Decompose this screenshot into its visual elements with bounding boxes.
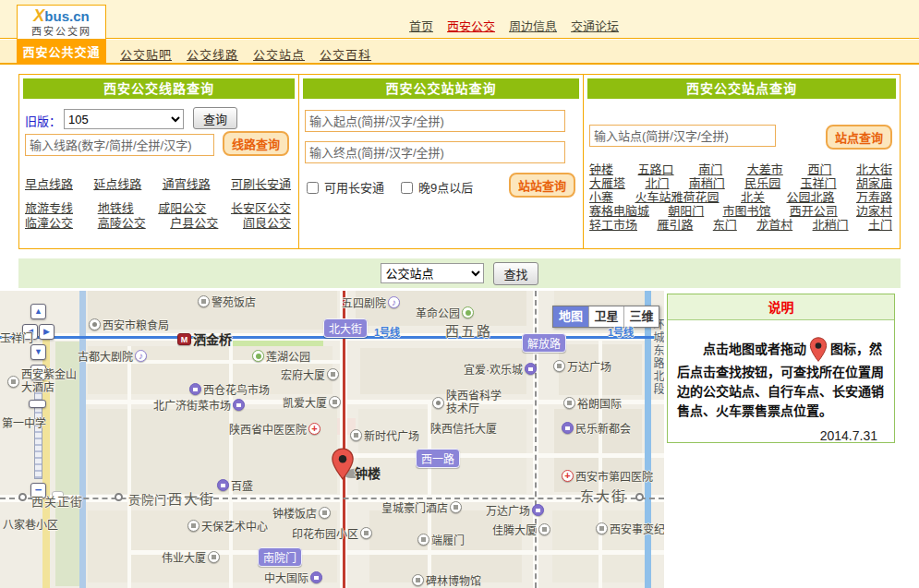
map-poi-label: 洒金桥 (193, 332, 232, 347)
site-logo[interactable]: Xbus.cn 西安公交网 (17, 5, 106, 40)
music-poi-icon: ♪ (388, 296, 400, 308)
pan-up-button[interactable]: ▲ (30, 304, 46, 319)
logo-wordmark: Xbus.cn (18, 7, 105, 25)
map-poi: 警苑饭店 (196, 294, 256, 309)
map-canvas[interactable]: 环城东路北段 ▲ ◀ ▶ ▼ + − 地图卫星三维 钟楼 警苑饭店五四剧院♪革命… (0, 291, 664, 588)
map-poi-label: 陕西省科学 技术厅 (446, 390, 502, 415)
map-poi: 中大国际 (264, 570, 324, 585)
map-type-switcher: 地图卫星三维 (552, 306, 659, 328)
map-poi-label: 端履门 (431, 534, 465, 547)
old-version-link[interactable]: 旧版： (25, 112, 61, 129)
query-panels: 西安公交线路查询 旧版： 105 查询 线路查询 早点线路延点线路通宵线路可刷长… (18, 74, 901, 249)
quick-link[interactable]: 通宵线路 (163, 174, 211, 192)
legend-panel: 说明 点击地图或者拖动图标，然后点击查找按钮，可查找所在位置周边的公交站点、自行… (667, 294, 895, 443)
hosp-poi-icon: + (308, 423, 320, 435)
map-poi: 新时代广场 (348, 427, 419, 443)
after-9pm-checkbox[interactable] (401, 182, 413, 194)
stop-search-button[interactable]: 站点查询 (826, 125, 892, 150)
map-poi: 皇城豪门酒店 (381, 499, 464, 515)
top-nav-link[interactable]: 首页 (409, 19, 433, 33)
map-poi-label: 万达广场 (486, 505, 530, 518)
map-poi-label: 宏府大厦 (281, 369, 325, 382)
changan-card-checkbox[interactable] (307, 182, 319, 194)
road-name-badge: 北大街 (323, 318, 368, 338)
pan-right-button[interactable]: ▶ (39, 324, 54, 340)
map-poi: 玉祥门 (0, 330, 33, 345)
top-nav-link[interactable]: 西安公交 (447, 19, 495, 33)
quick-link[interactable]: 可刷长安通 (231, 174, 291, 192)
shop-poi-icon (562, 422, 574, 434)
quick-link[interactable]: 北稍门 (813, 215, 849, 233)
east-ring-road-label: 环城东路北段 (650, 318, 664, 396)
map-type-button[interactable]: 地图 (553, 306, 588, 327)
quick-link[interactable]: 高陵公交 (98, 213, 146, 231)
street-name: 西大街 (168, 488, 215, 508)
start-input[interactable] (305, 110, 565, 132)
gen-poi-icon (329, 396, 341, 408)
panel-line-title: 西安公交线路查询 (23, 78, 295, 99)
map-poi: 端履门 (416, 532, 465, 547)
map-poi-label: 新时代广场 (364, 430, 419, 443)
tab-xian-public-transport[interactable]: 西安公共交通 (17, 40, 106, 65)
top-nav: 首页西安公交周边信息交通论坛 (409, 17, 633, 34)
map-poi: 碑林博物馆 (410, 572, 481, 588)
quick-link[interactable]: 早点线路 (25, 174, 73, 192)
map-poi: 革命公园 (416, 305, 476, 320)
quick-link[interactable]: 临潼公交 (25, 213, 73, 231)
line-input[interactable] (25, 134, 214, 156)
line-query-button[interactable]: 查询 (193, 107, 237, 129)
hosp-poi-icon: + (562, 470, 574, 482)
map-poi-label: 第一中学 (2, 417, 46, 430)
map-poi: 凯爱大厦 (283, 394, 343, 410)
sub-nav-link[interactable]: 公交线路 (187, 48, 238, 62)
sub-nav-link[interactable]: 公交站点 (253, 48, 305, 62)
sub-nav-link[interactable]: 公交百科 (320, 48, 371, 62)
map-search-button[interactable]: 查找 (493, 262, 538, 285)
map-poi-label: 裕朗国际 (577, 398, 622, 411)
map-pin-marker[interactable] (331, 448, 355, 481)
top-nav-link[interactable]: 交通论坛 (571, 19, 619, 33)
map-poi: 民乐新都会 (560, 420, 631, 436)
road-name-badge: 西一路 (416, 449, 460, 468)
quick-link[interactable]: 轻工市场 (589, 215, 637, 233)
gen-poi-icon (350, 429, 362, 441)
shop-poi-icon (532, 504, 544, 516)
stop-input[interactable] (589, 125, 776, 147)
pan-down-button[interactable]: ▼ (30, 344, 46, 360)
road-dashed-east-west (0, 498, 664, 499)
quick-link[interactable]: 阎良公交 (243, 213, 291, 231)
quick-link[interactable]: 延点线路 (93, 174, 141, 192)
gen-poi-icon (553, 360, 565, 372)
map-search-type-select[interactable]: 公交站点 (381, 263, 484, 283)
quick-link[interactable]: 东门 (713, 215, 737, 233)
map-poi: 百盛 (215, 477, 253, 493)
zoom-slider-handle[interactable] (29, 400, 46, 408)
road-name-badge: 南院门 (258, 547, 302, 567)
line-search-button[interactable]: 线路查询 (223, 131, 289, 156)
gen-poi-icon (7, 376, 19, 388)
quick-link[interactable]: 土门 (868, 215, 892, 233)
gen-poi-icon (563, 397, 575, 409)
map-poi: M洒金桥 (175, 330, 232, 348)
s2s-search-button[interactable]: 站站查询 (509, 173, 575, 198)
line-quick-links-row1: 早点线路延点线路通宵线路可刷长安通 (25, 174, 291, 192)
sub-nav-link[interactable]: 公交贴吧 (120, 48, 172, 62)
sub-nav: 公交贴吧公交线路公交站点公交百科 (120, 45, 386, 63)
panel-stop-title: 西安公交站点查询 (587, 78, 896, 99)
quick-link[interactable]: 雁引路 (657, 215, 693, 233)
map-poi-label: 北广济街菜市场 (153, 400, 231, 413)
dot-poi-icon (89, 318, 101, 330)
gen-poi-icon (596, 522, 608, 534)
quick-link[interactable]: 户县公交 (170, 213, 218, 231)
top-nav-link[interactable]: 周边信息 (509, 19, 557, 33)
gen-poi-icon (360, 527, 372, 539)
changan-card-label: 可用长安通 (324, 181, 384, 195)
legend-date: 2014.7.31 (677, 428, 885, 443)
quick-link[interactable]: 龙首村 (756, 215, 792, 233)
map-poi: 钟楼饭店 (272, 505, 333, 521)
map-poi: 陕西省中医医院+ (229, 421, 322, 437)
legend-text-before: 点击地图或者拖动 (703, 342, 806, 356)
map-poi-label: 中大国际 (264, 572, 308, 585)
end-input[interactable] (305, 141, 565, 163)
line-select[interactable]: 105 (64, 109, 184, 129)
